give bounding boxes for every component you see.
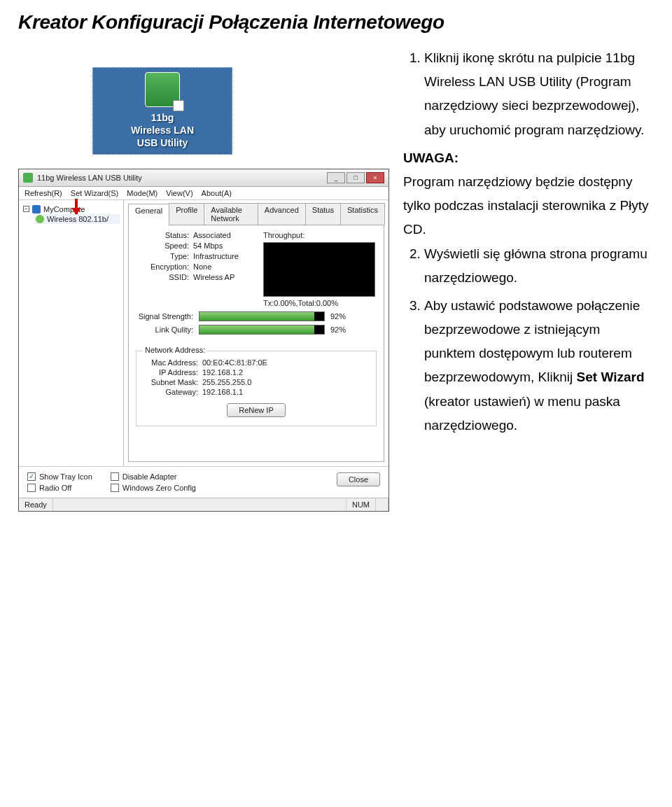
disable-adapter-checkbox[interactable]: Disable Adapter bbox=[111, 472, 196, 481]
tree-adapter-label: Wireless 802.11b/ bbox=[47, 215, 108, 223]
encryption-value: None bbox=[193, 262, 211, 271]
close-button[interactable]: Close bbox=[337, 472, 380, 486]
tree-adapter[interactable]: Wireless 802.11b/ bbox=[34, 214, 120, 224]
desktop-shortcut[interactable]: 11bg Wireless LAN USB Utility bbox=[92, 67, 232, 155]
close-window-button[interactable]: × bbox=[366, 172, 384, 183]
gateway-value: 192.168.1.1 bbox=[202, 388, 243, 396]
step-1: Kliknij ikonę skrótu na pulpicie 11bg Wi… bbox=[424, 46, 654, 142]
menu-mode[interactable]: Mode(M) bbox=[127, 189, 158, 197]
status-value: Associated bbox=[193, 231, 231, 239]
status-key: Status: bbox=[136, 231, 193, 239]
utility-window: 11bg Wireless LAN USB Utility _ □ × Refr… bbox=[18, 169, 389, 512]
shortcut-caption-line2: Wireless LAN bbox=[96, 124, 229, 136]
mac-key: Mac Address: bbox=[144, 358, 202, 367]
menu-view[interactable]: View(V) bbox=[166, 189, 192, 197]
renew-ip-button[interactable]: ReNew IP bbox=[227, 403, 286, 417]
ip-value: 192.168.1.2 bbox=[202, 368, 243, 377]
step-2: Wyświetli się główna strona programu nar… bbox=[424, 242, 654, 290]
speed-key: Speed: bbox=[136, 241, 193, 250]
shortcut-icon bbox=[145, 72, 180, 107]
menu-about[interactable]: About(A) bbox=[202, 189, 232, 197]
tab-advanced[interactable]: Advanced bbox=[258, 203, 306, 225]
wifi-adapter-icon bbox=[36, 215, 44, 223]
app-icon bbox=[23, 173, 33, 183]
tab-available-network[interactable]: Available Network bbox=[204, 203, 258, 225]
show-tray-icon-checkbox[interactable]: Show Tray Icon bbox=[27, 472, 92, 481]
mac-value: 00:E0:4C:81:87:0E bbox=[202, 358, 267, 367]
signal-strength-pct: 92% bbox=[330, 312, 353, 321]
instructions-column: Kliknij ikonę skrótu na pulpicie 11bg Wi… bbox=[403, 46, 654, 442]
note-label: UWAGA: bbox=[403, 150, 458, 165]
throughput-caption: Tx:0.00%,Total:0.00% bbox=[263, 299, 377, 307]
network-address-title: Network Address: bbox=[142, 346, 208, 354]
window-title: 11bg Wireless LAN USB Utility bbox=[37, 174, 142, 182]
callout-arrow-icon bbox=[75, 199, 78, 214]
ip-key: IP Address: bbox=[144, 368, 202, 377]
menubar: Refresh(R) Set Wizard(S) Mode(M) View(V)… bbox=[19, 187, 388, 200]
shortcut-caption-line1: 11bg bbox=[96, 111, 229, 124]
disable-adapter-label: Disable Adapter bbox=[122, 472, 177, 481]
link-quality-bar bbox=[199, 325, 325, 335]
gateway-key: Gateway: bbox=[144, 388, 202, 396]
windows-zero-config-checkbox[interactable]: Windows Zero Config bbox=[111, 484, 196, 492]
checkbox-icon bbox=[27, 484, 36, 492]
link-quality-key: Link Qulity: bbox=[136, 325, 193, 334]
step-3: Aby ustawić podstawowe połączenie bezprz… bbox=[424, 294, 654, 437]
windows-zero-config-label: Windows Zero Config bbox=[122, 484, 196, 492]
window-titlebar: 11bg Wireless LAN USB Utility _ □ × bbox=[19, 169, 388, 187]
show-tray-icon-label: Show Tray Icon bbox=[39, 472, 92, 481]
ssid-key: SSID: bbox=[136, 273, 193, 281]
subnet-key: Subnet Mask: bbox=[144, 378, 202, 386]
statusbar: Ready NUM bbox=[19, 498, 388, 511]
throughput-graph bbox=[263, 242, 375, 297]
tree-collapse-icon[interactable]: − bbox=[23, 206, 29, 212]
tab-status[interactable]: Status bbox=[305, 203, 341, 225]
checkbox-icon bbox=[111, 484, 119, 492]
tab-profile[interactable]: Profile bbox=[169, 203, 204, 225]
signal-strength-bar bbox=[199, 311, 325, 321]
footer-options: Show Tray Icon Radio Off Disable Adapter bbox=[19, 466, 388, 498]
checkbox-icon bbox=[27, 472, 36, 481]
radio-off-checkbox[interactable]: Radio Off bbox=[27, 484, 92, 492]
radio-off-label: Radio Off bbox=[39, 484, 71, 492]
link-quality-pct: 92% bbox=[330, 325, 353, 334]
subnet-value: 255.255.255.0 bbox=[202, 378, 251, 386]
encryption-key: Encryption: bbox=[136, 262, 193, 271]
checkbox-icon bbox=[111, 472, 119, 481]
menu-set-wizard[interactable]: Set Wizard(S) bbox=[71, 189, 118, 197]
step-3-bold: Set Wizard bbox=[577, 370, 645, 384]
note-text: Program narzędziowy będzie dostępny tylk… bbox=[403, 170, 654, 242]
type-key: Type: bbox=[136, 252, 193, 260]
status-spacer bbox=[53, 498, 346, 511]
computer-icon bbox=[32, 205, 41, 213]
menu-refresh[interactable]: Refresh(R) bbox=[24, 189, 62, 197]
shortcut-caption-line3: USB Utility bbox=[96, 136, 229, 149]
speed-value: 54 Mbps bbox=[193, 241, 223, 250]
status-num: NUM bbox=[346, 498, 376, 511]
tab-statistics[interactable]: Statistics bbox=[340, 203, 385, 225]
status-ready: Ready bbox=[19, 498, 53, 511]
minimize-button[interactable]: _ bbox=[327, 172, 345, 183]
page-title: Kreator Konfiguracji Połączenia Internet… bbox=[18, 11, 654, 34]
figures-column: 11bg Wireless LAN USB Utility 11bg Wirel… bbox=[18, 46, 389, 512]
network-address-group: Network Address: Mac Address:00:E0:4C:81… bbox=[136, 351, 377, 426]
signal-strength-key: Signal Strength: bbox=[136, 312, 193, 321]
type-value: Infrastructure bbox=[193, 252, 239, 260]
throughput-label: Throughput: bbox=[263, 231, 377, 239]
resize-grip-icon[interactable] bbox=[376, 498, 388, 511]
tab-general[interactable]: General bbox=[128, 204, 169, 225]
tabs: General Profile Available Network Advanc… bbox=[128, 203, 384, 225]
general-panel: Status:Associated Speed:54 Mbps Type:Inf… bbox=[128, 225, 384, 462]
maximize-button[interactable]: □ bbox=[346, 172, 365, 183]
ssid-value: Wireless AP bbox=[193, 273, 234, 281]
adapter-tree: − MyCompute Wireless 802.11b/ bbox=[19, 200, 124, 466]
